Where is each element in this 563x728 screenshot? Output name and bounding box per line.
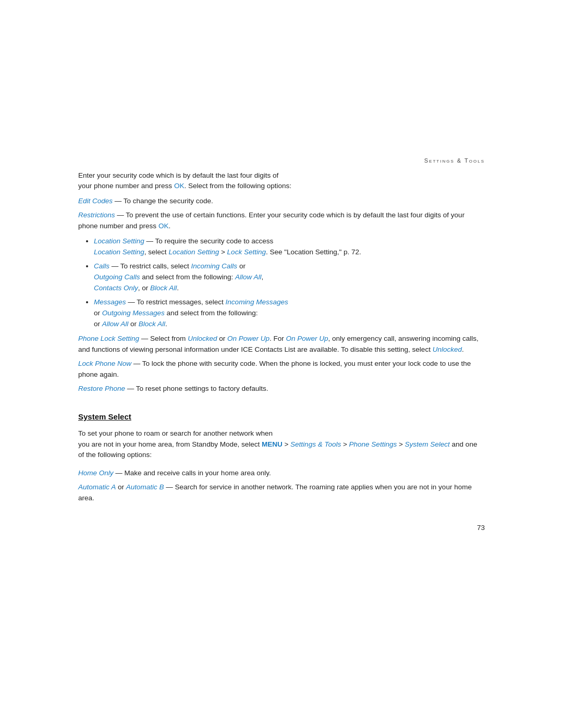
intro-line1: Enter your security code which is by def…	[78, 171, 278, 179]
ss-intro1: To set your phone to roam or search for …	[78, 429, 273, 437]
outgoing-calls-link: Outgoing Calls	[94, 273, 140, 281]
edit-codes-text: — To change the security code.	[113, 197, 213, 205]
pls-text3: . For	[270, 335, 284, 342]
page-number: 73	[0, 507, 563, 533]
menu-link: MENU	[262, 440, 283, 448]
phone-lock-setting-item: Phone Lock Setting — Select from Unlocke…	[78, 334, 485, 355]
edit-codes-item: Edit Codes — To change the security code…	[78, 196, 485, 207]
bullet2-text5: or	[128, 320, 137, 328]
location-setting-link2: Location Setting	[94, 248, 144, 256]
ok-link-1: OK	[174, 182, 185, 190]
bullet2-text3: and select from the following:	[165, 309, 258, 317]
block-all-link1: Block All	[150, 284, 177, 292]
pls-text5: .	[462, 346, 464, 353]
on-power-up-link1: On Power Up	[227, 335, 270, 342]
intro-line3: . Select from the following options:	[184, 182, 291, 190]
restrictions-link: Restrictions	[78, 211, 115, 219]
intro-line2: your phone number and press	[78, 182, 172, 190]
restore-phone-link: Restore Phone	[78, 385, 125, 392]
lock-setting-link: Lock Setting	[227, 248, 266, 256]
list-item: Calls — To restrict calls, select Incomi…	[94, 261, 485, 294]
settings-tools-link: Settings & Tools	[290, 440, 341, 448]
on-power-up-link2: On Power Up	[286, 335, 328, 342]
bullet1-text6: .	[177, 284, 179, 292]
bullet2-text1: — To restrict messages, select	[126, 298, 224, 306]
lock-phone-now-link: Lock Phone Now	[78, 360, 131, 367]
bullet0-text1: — To require the security code to access	[144, 237, 273, 245]
location-setting-link1: Location Setting	[94, 237, 144, 245]
header-title: Settings & Tools	[424, 157, 485, 164]
allow-all-link2: Allow All	[102, 320, 129, 328]
ok-link-2: OK	[158, 222, 169, 230]
contacts-only-link: Contacts Only	[94, 284, 138, 292]
bullet2-text4: or	[94, 320, 100, 328]
page-header: Settings & Tools	[0, 0, 563, 170]
ss-text1: >	[283, 440, 289, 448]
restrictions-text1: — To prevent the use of certain function…	[78, 211, 464, 230]
bullet2-text2: or	[94, 309, 100, 317]
unlocked-link1: Unlocked	[188, 335, 217, 342]
ss-text3: >	[397, 440, 403, 448]
list-item: Messages — To restrict messages, select …	[94, 297, 485, 330]
automatic-ab-item: Automatic A or Automatic B — Search for …	[78, 482, 485, 504]
phone-settings-link: Phone Settings	[349, 440, 397, 448]
intro-paragraph: Enter your security code which is by def…	[78, 170, 485, 192]
block-all-link2: Block All	[139, 320, 165, 328]
bullet0-text4: . See "Location Setting," p. 72.	[266, 248, 361, 256]
outgoing-messages-link: Outgoing Messages	[102, 309, 165, 317]
system-select-intro: To set your phone to roam or search for …	[78, 428, 485, 461]
location-setting-link3: Location Setting	[168, 248, 219, 256]
restore-phone-item: Restore Phone — To reset phone settings …	[78, 384, 485, 394]
bullet1-text2: or	[237, 262, 246, 270]
allow-all-link1: Allow All	[235, 273, 262, 281]
lock-phone-now-item: Lock Phone Now — To lock the phone with …	[78, 359, 485, 380]
unlocked-link2: Unlocked	[433, 346, 462, 353]
system-select-link: System Select	[405, 440, 450, 448]
page-number-value: 73	[477, 524, 485, 532]
calls-link: Calls	[94, 262, 109, 270]
incoming-messages-link: Incoming Messages	[226, 298, 288, 306]
bullet-list: Location Setting — To require the securi…	[94, 236, 485, 329]
messages-link: Messages	[94, 298, 126, 306]
list-item: Location Setting — To require the securi…	[94, 236, 485, 258]
content-area: Enter your security code which is by def…	[0, 170, 563, 504]
incoming-calls-link: Incoming Calls	[191, 262, 238, 270]
rp-text: — To reset phone settings to factory def…	[125, 385, 268, 392]
automatic-a-link: Automatic A	[78, 483, 116, 491]
bullet1-text1: — To restrict calls, select	[109, 262, 189, 270]
pls-text2: or	[217, 335, 225, 342]
restrictions-text2: .	[168, 222, 170, 230]
bullet1-text4: ,	[261, 273, 263, 281]
home-only-link: Home Only	[78, 469, 114, 477]
ss-text2: >	[341, 440, 347, 448]
lpn-text: — To lock the phone with security code. …	[78, 360, 471, 378]
phone-lock-setting-link: Phone Lock Setting	[78, 335, 139, 342]
bullet0-text3: >	[219, 248, 225, 256]
bullet2-text6: .	[165, 320, 167, 328]
pls-text1: — Select from	[139, 335, 186, 342]
home-only-item: Home Only — Make and receive calls in yo…	[78, 468, 485, 479]
system-select-heading: System Select	[78, 411, 485, 423]
edit-codes-link: Edit Codes	[78, 197, 113, 205]
page-container: Settings & Tools Enter your security cod…	[0, 0, 563, 728]
automatic-b-link: Automatic B	[126, 483, 164, 491]
ss-intro2: you are not in your home area, from Stan…	[78, 440, 260, 448]
bullet1-text5: , or	[138, 284, 149, 292]
home-only-text: — Make and receive calls in your home ar…	[114, 469, 271, 477]
bullet1-text3: and select from the following:	[142, 273, 233, 281]
auto-text1: or	[116, 483, 124, 491]
bullet0-text2: , select	[144, 248, 167, 256]
restrictions-item: Restrictions — To prevent the use of cer…	[78, 210, 485, 232]
